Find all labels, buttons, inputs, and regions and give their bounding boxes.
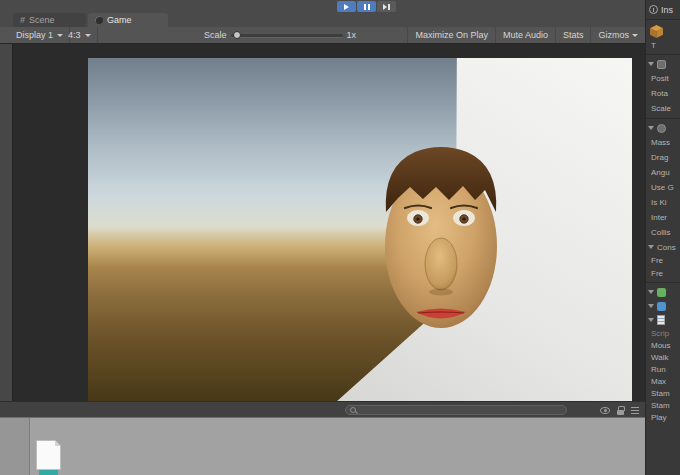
scale-slider-knob[interactable]	[233, 31, 241, 39]
tab-scene[interactable]: # Scene	[13, 13, 86, 27]
inspector-tab[interactable]: Ins	[646, 0, 680, 20]
document-icon[interactable]	[36, 440, 61, 470]
component-icon	[657, 302, 666, 311]
editor-header: # Scene Game	[0, 0, 645, 27]
inspector-field[interactable]: Stam	[646, 400, 680, 412]
inspector-field[interactable]: Fre	[646, 267, 680, 280]
field-label: Mous	[651, 341, 671, 350]
pause-button[interactable]	[357, 1, 376, 12]
search-icon	[350, 407, 356, 413]
inspector-title: Ins	[661, 5, 673, 15]
constraints-foldout[interactable]: Cons	[646, 240, 680, 254]
aspect-ratio-label: 4:3	[68, 30, 81, 40]
step-button[interactable]	[377, 1, 396, 12]
inspector-panel: Ins T Posit Rota Scale Mass Drag Angu Us	[645, 0, 680, 475]
field-label: Play	[651, 413, 667, 422]
lock-icon[interactable]	[617, 410, 624, 415]
field-label: Fre	[651, 256, 663, 265]
game-view	[0, 44, 645, 401]
stats-button[interactable]: Stats	[555, 27, 591, 43]
play-button[interactable]	[337, 1, 356, 12]
field-label: Stam	[651, 401, 670, 410]
rigidbody-component-header[interactable]	[646, 121, 680, 135]
transport-controls	[337, 1, 396, 12]
divider	[646, 54, 680, 55]
search-input[interactable]	[345, 405, 567, 415]
component-header[interactable]	[646, 299, 680, 313]
mute-audio-label: Mute Audio	[503, 30, 548, 40]
scene-grid-icon: #	[20, 16, 25, 25]
collider-icon	[657, 288, 666, 297]
inspector-field[interactable]: Max	[646, 376, 680, 388]
inspector-field[interactable]: Fre	[646, 254, 680, 267]
aspect-ratio-dropdown[interactable]: 4:3	[62, 27, 98, 43]
menu-icon[interactable]	[631, 407, 639, 414]
collider-component-header[interactable]	[646, 285, 680, 299]
foldout-arrow-icon	[648, 126, 654, 130]
step-icon	[383, 4, 390, 10]
foldout-arrow-icon	[648, 245, 654, 249]
field-label: Use G	[651, 183, 674, 192]
scale-label: Scale	[204, 30, 227, 40]
maximize-on-play-button[interactable]: Maximize On Play	[407, 27, 495, 43]
constraints-label: Cons	[657, 243, 676, 252]
display-dropdown-label: Display 1	[16, 30, 53, 40]
foldout-arrow-icon	[648, 304, 654, 308]
script-component-header[interactable]	[646, 313, 680, 327]
inspector-field[interactable]: Mous	[646, 340, 680, 352]
field-label: Angu	[651, 168, 670, 177]
pause-icon	[364, 4, 370, 10]
field-label: Rota	[651, 89, 668, 98]
inspector-field[interactable]: Posit	[646, 71, 680, 86]
tab-scene-label: Scene	[29, 15, 55, 25]
inspector-field[interactable]: Mass	[646, 135, 680, 150]
scale-slider[interactable]	[231, 34, 343, 37]
field-label: Posit	[651, 74, 669, 83]
gizmos-dropdown[interactable]: Gizmos	[590, 27, 645, 43]
foldout-arrow-icon	[648, 318, 654, 322]
chevron-down-icon	[85, 34, 91, 37]
project-panel	[0, 417, 645, 475]
foldout-arrow-icon	[648, 290, 654, 294]
inspector-field[interactable]: Is Ki	[646, 195, 680, 210]
divider	[646, 282, 680, 283]
transform-component-header[interactable]	[646, 57, 680, 71]
inspector-field[interactable]: Play	[646, 412, 680, 424]
game-render-area[interactable]	[88, 58, 632, 401]
tag-row[interactable]: T	[646, 40, 680, 52]
character-nose	[425, 238, 457, 290]
inspector-field[interactable]: Run	[646, 364, 680, 376]
panel-edge	[0, 44, 13, 401]
divider	[646, 118, 680, 119]
play-icon	[344, 4, 349, 10]
inspector-field[interactable]: Scale	[646, 101, 680, 116]
inspector-field[interactable]: Stam	[646, 388, 680, 400]
inspector-field[interactable]: Rota	[646, 86, 680, 101]
cube-icon	[650, 25, 663, 38]
gameobject-header[interactable]	[646, 22, 680, 40]
foldout-arrow-icon	[648, 62, 654, 66]
inspector-field[interactable]: Use G	[646, 180, 680, 195]
mute-audio-button[interactable]: Mute Audio	[495, 27, 555, 43]
game-tab-icon	[95, 16, 103, 24]
inspector-field[interactable]: Collis	[646, 225, 680, 240]
field-label: Stam	[651, 389, 670, 398]
eye-icon[interactable]	[600, 407, 610, 414]
inspector-field[interactable]: Scrip	[646, 327, 680, 340]
tab-game-label: Game	[107, 15, 132, 25]
gizmos-label: Gizmos	[598, 30, 629, 40]
unity-editor-window: # Scene Game Display 1 4:3 Scale 1x Maxi…	[0, 0, 680, 475]
inspector-field[interactable]: Walk	[646, 352, 680, 364]
field-label: Scale	[651, 104, 671, 113]
inspector-field[interactable]: Drag	[646, 150, 680, 165]
status-bar	[0, 401, 645, 417]
tag-label: T	[651, 41, 656, 50]
tab-game[interactable]: Game	[88, 13, 168, 27]
project-folder-column	[0, 418, 30, 475]
display-dropdown[interactable]: Display 1	[10, 27, 70, 43]
inspector-field[interactable]: Inter	[646, 210, 680, 225]
toolbar-right-buttons: Maximize On Play Mute Audio Stats Gizmos	[407, 27, 645, 43]
inspector-field[interactable]: Angu	[646, 165, 680, 180]
field-label: Collis	[651, 228, 671, 237]
field-label: Mass	[651, 138, 670, 147]
